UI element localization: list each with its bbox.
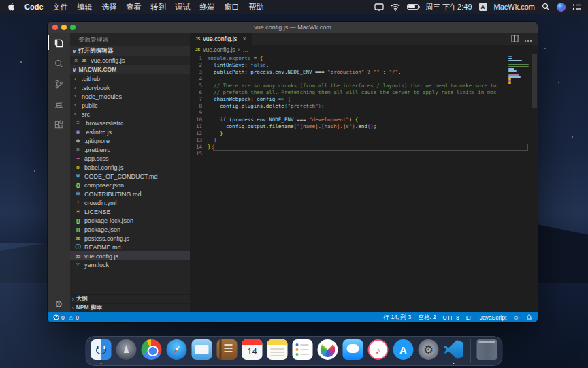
tree-file-postcss.config.js[interactable]: JSpostcss.config.js [70, 234, 190, 243]
language-mode[interactable]: JavaScript [480, 314, 507, 321]
dock-chrome-icon[interactable] [141, 339, 163, 363]
dock-mail-icon[interactable] [191, 339, 213, 363]
dock-music-icon[interactable] [368, 339, 389, 363]
tab-vue-config-js[interactable]: JS vue.config.js × [190, 33, 252, 45]
dock-contacts-icon[interactable] [216, 339, 238, 363]
split-editor-icon[interactable] [511, 33, 519, 45]
tree-file-babel.config.js[interactable]: bbabel.config.js [70, 163, 190, 172]
menu-clock[interactable]: 周三 下午2:49 [425, 2, 472, 12]
code-line-15[interactable]: 15 [190, 151, 538, 157]
battery-icon[interactable] [407, 4, 419, 10]
tree-file-.eslintrc.js[interactable]: ◉.eslintrc.js [70, 127, 190, 136]
code-line-5[interactable]: 5 // There are so many chunks (from all … [190, 82, 538, 89]
code-line-6[interactable]: 6 // prefetch them all. Prefetching them… [190, 89, 538, 96]
dock-notes-icon[interactable] [267, 339, 289, 363]
dock-trash-icon[interactable] [476, 339, 498, 363]
menu-item-文件[interactable]: 文件 [53, 3, 68, 11]
code-area[interactable]: 1module.exports = {2 lintOnSave: false,3… [190, 54, 538, 312]
dock-finder-icon[interactable] [91, 339, 112, 363]
close-editor-icon[interactable]: × [74, 57, 78, 64]
code-line-7[interactable]: 7 chainWebpack: config => { [190, 96, 538, 103]
cursor-position[interactable]: 行 14, 列 3 [384, 313, 412, 322]
eol-sequence[interactable]: LF [466, 314, 473, 321]
tree-folder-.github[interactable]: ›.github [70, 74, 190, 83]
spotlight-search-icon[interactable] [542, 3, 550, 11]
tree-file-yarn.lock[interactable]: Yyarn.lock [70, 260, 190, 269]
problems-warnings[interactable]: ⚠ 0 [69, 314, 79, 321]
dock-calendar-icon[interactable]: 14 [242, 339, 263, 363]
menu-item-终端[interactable]: 终端 [200, 3, 215, 11]
wifi-icon[interactable] [391, 3, 400, 11]
dock-reminders-icon[interactable] [292, 339, 314, 363]
tree-file-LICENSE[interactable]: ✶LICENSE [70, 207, 190, 216]
tree-file-package-lock.json[interactable]: {}package-lock.json [70, 216, 190, 225]
indentation[interactable]: 空格: 2 [418, 313, 436, 322]
menu-item-查看[interactable]: 查看 [127, 3, 142, 11]
tree-file-app.scss[interactable]: ~app.scss [70, 154, 190, 163]
tree-folder-node_modules[interactable]: ›node_modules [70, 92, 190, 101]
tree-folder-src[interactable]: ›src [70, 110, 190, 119]
editor-scrollbar[interactable] [532, 54, 538, 312]
tree-file-.gitignore[interactable]: ◆.gitignore [70, 136, 190, 145]
menu-item-编辑[interactable]: 编辑 [78, 3, 93, 11]
open-editor-item-vue-config[interactable]: × JS vue.config.js [70, 56, 190, 65]
code-line-4[interactable]: 4 [190, 76, 538, 82]
search-icon[interactable] [48, 53, 70, 74]
tree-folder-public[interactable]: ›public [70, 101, 190, 110]
tree-folder-.storybook[interactable]: ›.storybook [70, 83, 190, 92]
outline-section[interactable]: › 大纲 [70, 294, 190, 303]
tree-file-composer.json[interactable]: {}composer.json [70, 181, 190, 189]
more-actions-icon[interactable] [524, 33, 532, 45]
notification-center-icon[interactable] [572, 3, 581, 11]
code-line-13[interactable]: 13 } [190, 137, 538, 144]
source-control-icon[interactable] [48, 74, 70, 94]
code-line-14[interactable]: 14}; [190, 144, 538, 151]
tree-file-README.md[interactable]: ⓘREADME.md [70, 243, 190, 251]
npm-scripts-section[interactable]: › NPM 脚本 [70, 303, 190, 312]
extensions-icon[interactable] [48, 114, 70, 135]
tree-file-CONTRIBUTING.md[interactable]: ✱CONTRIBUTING.md [70, 189, 190, 198]
menu-item-帮助[interactable]: 帮助 [249, 3, 264, 11]
code-line-1[interactable]: 1module.exports = { [190, 55, 538, 62]
settings-gear-icon[interactable]: ⚙ [54, 298, 63, 309]
tree-file-package.json[interactable]: {}package.json [70, 225, 190, 234]
dock-vscode-icon[interactable] [443, 339, 465, 363]
problems-errors[interactable]: 0 [53, 314, 65, 321]
siri-icon[interactable] [557, 3, 566, 12]
menu-app-name[interactable]: Code [24, 3, 44, 11]
tree-file-CODE_OF_CONDUCT.md[interactable]: ✱CODE_OF_CONDUCT.md [70, 172, 190, 181]
encoding[interactable]: UTF-8 [443, 314, 459, 321]
open-editors-section[interactable]: ∨ 打开的编辑器 [70, 46, 190, 56]
tree-file-crowdin.yml[interactable]: !crowdin.yml [70, 198, 190, 207]
code-line-11[interactable]: 11 config.output.filename("[name].[hash]… [190, 123, 538, 130]
code-line-9[interactable]: 9 [190, 110, 538, 117]
tree-file-.prettierrc[interactable]: ≡.prettierrc [70, 145, 190, 154]
dock-appstore-icon[interactable] [393, 339, 414, 363]
dock-messages-icon[interactable] [342, 339, 364, 363]
dock-photos-icon[interactable] [317, 339, 339, 363]
tree-file-.browserslistrc[interactable]: ≡.browserslistrc [70, 119, 190, 127]
window-titlebar[interactable]: vue.config.js — MacWk.com [48, 22, 538, 33]
tree-file-vue.config.js[interactable]: JSvue.config.js [70, 251, 190, 260]
menu-item-转到[interactable]: 转到 [151, 3, 166, 11]
code-line-10[interactable]: 10 if (process.env.NODE_ENV === "develop… [190, 117, 538, 123]
debug-icon[interactable] [48, 94, 70, 114]
minimap[interactable] [508, 56, 529, 87]
code-line-12[interactable]: 12 } [190, 130, 538, 137]
project-root-section[interactable]: ∨ MACWK.COM [70, 65, 190, 74]
feedback-smiley-icon[interactable]: ☺ [513, 314, 519, 321]
display-icon[interactable] [374, 3, 384, 11]
apple-menu-icon[interactable] [7, 3, 15, 11]
menu-item-调试[interactable]: 调试 [176, 3, 191, 11]
menu-item-窗口[interactable]: 窗口 [225, 3, 240, 11]
menu-account[interactable]: MacWk.com [494, 3, 536, 11]
dock-safari-icon[interactable] [166, 339, 188, 363]
dock-settings-icon[interactable] [418, 339, 440, 363]
breadcrumb[interactable]: JS vue.config.js › … [190, 45, 538, 54]
code-line-3[interactable]: 3 publicPath: process.env.NODE_ENV === "… [190, 69, 538, 76]
code-line-2[interactable]: 2 lintOnSave: false, [190, 62, 538, 69]
code-line-8[interactable]: 8 config.plugins.delete("prefetch"); [190, 103, 538, 110]
explorer-icon[interactable] [48, 33, 70, 53]
close-tab-icon[interactable]: × [242, 35, 246, 42]
dock-launchpad-icon[interactable] [116, 339, 137, 363]
